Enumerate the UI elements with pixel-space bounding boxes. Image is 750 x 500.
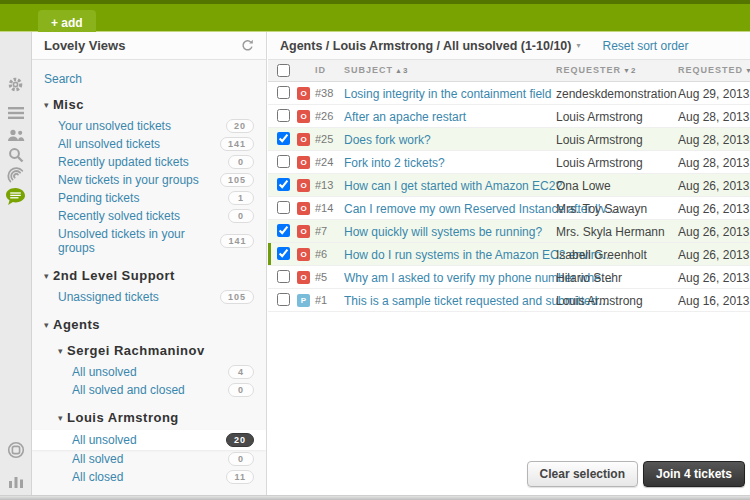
sidebar-item-sergei-solved-closed[interactable]: All solved and closed0 [44, 381, 254, 399]
ticket-requested-date: Aug 28, 2013 [678, 133, 749, 147]
count-badge: 0 [228, 383, 254, 397]
section-misc[interactable]: ▾Misc [44, 97, 254, 112]
row-checkbox[interactable] [277, 178, 290, 191]
count-badge: 0 [228, 452, 254, 466]
count-badge: 141 [220, 234, 254, 248]
row-checkbox[interactable] [277, 155, 290, 168]
section-agents[interactable]: ▾Agents [44, 317, 254, 332]
chart-icon[interactable] [0, 475, 31, 491]
sidebar-item-recently-updated[interactable]: Recently updated tickets0 [44, 153, 254, 171]
ticket-id: #7 [315, 225, 327, 237]
count-badge: 0 [228, 155, 254, 169]
count-badge: 0 [228, 209, 254, 223]
section-2nd-level-support[interactable]: ▾2nd Level Support [44, 268, 254, 283]
ticket-row[interactable]: O #6 How do I run systems in the Amazon … [268, 243, 750, 266]
sidebar-item-sergei-all-unsolved[interactable]: All unsolved4 [44, 363, 254, 381]
ticket-requester: Mrs. Skyla Hermann [556, 225, 665, 239]
column-header-subject[interactable]: SUBJECT▲3 [344, 65, 408, 75]
chat-icon[interactable] [0, 187, 31, 209]
ticket-id: #6 [315, 248, 327, 260]
count-badge: 20 [226, 119, 254, 133]
reset-sort-order-link[interactable]: Reset sort order [603, 39, 689, 53]
row-checkbox[interactable] [277, 224, 290, 237]
ticket-row[interactable]: O #25 Does fork work? Louis Armstrong Au… [268, 128, 750, 151]
ticket-subject-link[interactable]: Fork into 2 tickets? [344, 156, 445, 170]
status-badge: O [297, 156, 310, 169]
ticket-row[interactable]: O #5 Why am I asked to verify my phone n… [268, 266, 750, 289]
status-badge: O [297, 248, 310, 261]
chevron-down-icon: ▾ [576, 41, 580, 50]
refresh-icon[interactable] [241, 39, 254, 52]
count-badge: 105 [220, 173, 254, 187]
ticket-row[interactable]: O #7 How quickly will systems be running… [268, 220, 750, 243]
row-checkbox[interactable] [277, 293, 290, 306]
sidebar-title: Lovely Views [44, 38, 241, 53]
ticket-requested-date: Aug 26, 2013 [678, 225, 749, 239]
sidebar-item-louis-all-solved[interactable]: All solved0 [44, 450, 254, 468]
ticket-row[interactable]: O #26 After an apache restart Louis Arms… [268, 105, 750, 128]
ticket-subject-link[interactable]: Losing integrity in the containment fiel… [344, 87, 551, 101]
ticket-requested-date: Aug 26, 2013 [678, 248, 749, 262]
status-badge: O [297, 179, 310, 192]
ticket-id: #38 [315, 87, 333, 99]
row-checkbox[interactable] [277, 247, 290, 260]
breadcrumb-dropdown[interactable]: Agents / Louis Armstrong / All unsolved … [280, 39, 581, 53]
sidebar-item-recently-solved[interactable]: Recently solved tickets0 [44, 207, 254, 225]
column-header-id[interactable]: ID [315, 65, 326, 75]
count-badge: 20 [226, 433, 254, 447]
bulk-actions: Clear selection Join 4 tickets [527, 461, 745, 487]
ticket-subject-link[interactable]: How can I get started with Amazon EC2? [344, 179, 562, 193]
ticket-subject-link[interactable]: After an apache restart [344, 110, 466, 124]
row-checkbox[interactable] [277, 270, 290, 283]
search-icon[interactable] [0, 147, 31, 166]
ticket-row[interactable]: P #1 This is a sample ticket requested a… [268, 289, 750, 312]
ticket-requester: Hilario Stehr [556, 271, 622, 285]
select-all-checkbox[interactable] [277, 64, 290, 77]
sidebar-item-new-tickets-groups[interactable]: New tickets in your groups105 [44, 171, 254, 189]
collapse-triangle-icon: ▾ [58, 413, 63, 423]
status-badge: O [297, 87, 310, 100]
column-header-requester[interactable]: REQUESTER▼2 [556, 65, 636, 75]
sidebar-item-search[interactable]: Search [44, 72, 254, 86]
row-checkbox[interactable] [277, 201, 290, 214]
status-badge: P [297, 294, 310, 307]
bottom-strip [0, 495, 750, 500]
gear-icon[interactable] [0, 76, 31, 96]
clear-selection-button[interactable]: Clear selection [527, 461, 638, 487]
ticket-requested-date: Aug 26, 2013 [678, 179, 749, 193]
icon-rail [0, 32, 32, 500]
sort-desc-icon: ▼ [623, 67, 631, 74]
ticket-row[interactable]: O #24 Fork into 2 tickets? Louis Armstro… [268, 151, 750, 174]
count-badge: 141 [220, 137, 254, 151]
agent-louis-armstrong[interactable]: ▾Louis Armstrong [58, 410, 254, 425]
ticket-requester: Ona Lowe [556, 179, 611, 193]
ticket-row[interactable]: O #14 Can I remove my own Reserved Insta… [268, 197, 750, 220]
ticket-requested-date: Aug 16, 2013 [678, 294, 749, 308]
ticket-subject-link[interactable]: Does fork work? [344, 133, 431, 147]
list-icon[interactable] [0, 107, 31, 122]
sidebar-item-all-unsolved[interactable]: All unsolved tickets141 [44, 135, 254, 153]
ticket-id: #13 [315, 179, 333, 191]
join-tickets-button[interactable]: Join 4 tickets [643, 461, 745, 487]
list-header: Agents / Louis Armstrong / All unsolved … [268, 32, 750, 60]
sidebar-item-unsolved-groups[interactable]: Unsolved tickets in your groups141 [44, 225, 254, 257]
users-icon[interactable] [0, 129, 31, 145]
ticket-requested-date: Aug 29, 2013 [678, 87, 749, 101]
sidebar-item-pending[interactable]: Pending tickets1 [44, 189, 254, 207]
sidebar-item-unassigned[interactable]: Unassigned tickets105 [44, 288, 254, 306]
row-checkbox[interactable] [277, 132, 290, 145]
ticket-requested-date: Aug 26, 2013 [678, 271, 749, 285]
target-icon[interactable] [0, 441, 31, 462]
sidebar-item-louis-all-unsolved[interactable]: All unsolved20 [32, 430, 266, 450]
ticket-subject-link[interactable]: How quickly will systems be running? [344, 225, 542, 239]
column-header-requested[interactable]: REQUESTED▼1 [678, 65, 750, 75]
row-checkbox[interactable] [277, 109, 290, 122]
signal-icon[interactable] [0, 166, 31, 188]
agent-sergei-rachmaninov[interactable]: ▾Sergei Rachmaninov [58, 343, 254, 358]
sidebar-item-louis-all-closed[interactable]: All closed11 [44, 468, 254, 486]
ticket-row[interactable]: O #13 How can I get started with Amazon … [268, 174, 750, 197]
ticket-list-panel: Agents / Louis Armstrong / All unsolved … [268, 32, 750, 495]
ticket-row[interactable]: O #38 Losing integrity in the containmen… [268, 82, 750, 105]
sidebar-item-your-unsolved[interactable]: Your unsolved tickets20 [44, 117, 254, 135]
row-checkbox[interactable] [277, 86, 290, 99]
